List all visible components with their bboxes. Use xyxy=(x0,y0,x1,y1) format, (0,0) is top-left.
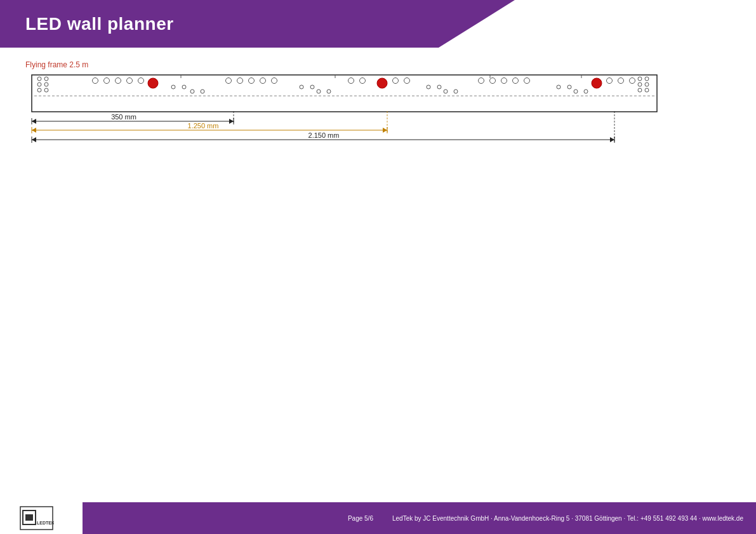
svg-point-55 xyxy=(592,78,602,88)
svg-text:2.150 mm: 2.150 mm xyxy=(308,131,340,139)
svg-rect-0 xyxy=(32,75,657,112)
page-number: Page 5/6 xyxy=(348,515,373,522)
company-info: LedTek by JC Eventtechnik GmbH · Anna-Va… xyxy=(392,515,743,522)
footer-right: Page 5/6 LedTek by JC Eventtechnik GmbH … xyxy=(83,502,756,534)
svg-marker-61 xyxy=(32,119,36,124)
app-title: LED wall planner xyxy=(0,14,174,34)
svg-marker-75 xyxy=(610,137,614,142)
svg-text:LEDTEK: LEDTEK xyxy=(37,521,54,525)
svg-rect-82 xyxy=(25,514,33,521)
footer: LEDTEK Page 5/6 LedTek by JC Eventtechni… xyxy=(0,502,756,534)
svg-text:350 mm: 350 mm xyxy=(111,113,136,121)
footer-logo-area: LEDTEK xyxy=(0,502,83,534)
svg-text:1.250 mm: 1.250 mm xyxy=(188,122,219,130)
svg-marker-63 xyxy=(229,119,234,124)
main-content: Flying frame 2.5 m xyxy=(0,48,756,167)
ledtek-logo: LEDTEK xyxy=(19,505,54,531)
page-title: Flying frame xyxy=(581,12,705,36)
svg-point-19 xyxy=(148,78,158,88)
svg-marker-73 xyxy=(32,137,36,142)
frame-diagram: 350 mm 1.250 mm 2.150 mm xyxy=(25,72,666,154)
header: LED wall planner Flying frame xyxy=(0,0,756,48)
svg-marker-69 xyxy=(383,128,387,133)
svg-point-37 xyxy=(377,78,387,88)
svg-marker-67 xyxy=(32,128,36,133)
frame-label: Flying frame 2.5 m xyxy=(25,60,731,69)
